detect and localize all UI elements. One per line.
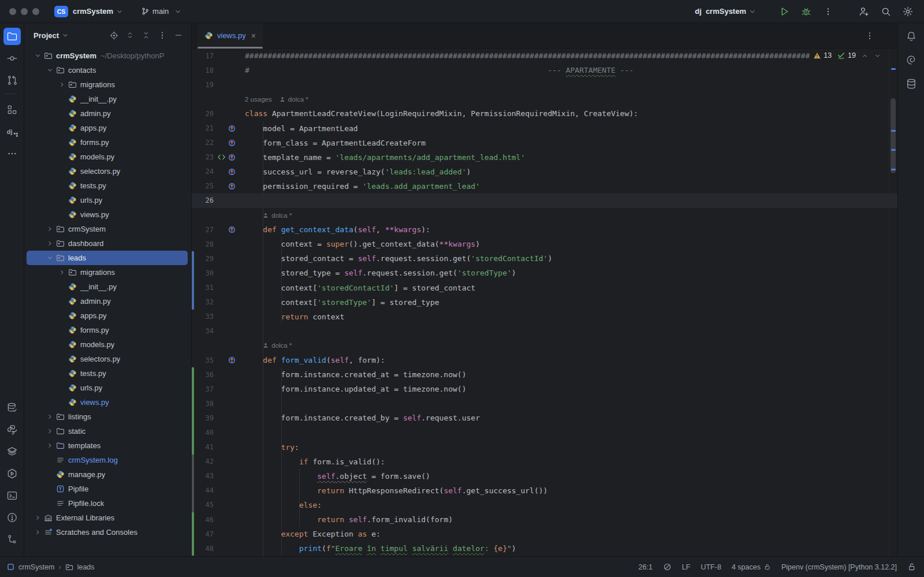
hide-panel-button[interactable] xyxy=(172,28,185,42)
override-icon[interactable] xyxy=(228,125,236,132)
tree-item-dashboard[interactable]: dashboard xyxy=(27,236,188,251)
chevron-expanded-icon[interactable] xyxy=(44,254,55,262)
database-check-icon[interactable] xyxy=(3,399,21,416)
breadcrumb-folder[interactable]: leads xyxy=(77,563,95,571)
panel-options-button[interactable] xyxy=(155,28,169,42)
code-with-me-button[interactable] xyxy=(856,3,872,20)
override-icon[interactable] xyxy=(228,356,236,364)
branch-name[interactable]: main xyxy=(152,7,169,16)
chevron-collapsed-icon[interactable] xyxy=(57,81,67,88)
tree-item-forms-py[interactable]: forms.py xyxy=(27,323,188,337)
problems-icon[interactable] xyxy=(3,509,21,526)
code-line[interactable]: 46 return self.form_invalid(form) xyxy=(192,512,897,527)
commit-icon[interactable] xyxy=(3,50,21,67)
tree-item-forms-py[interactable]: forms.py xyxy=(27,135,188,150)
chevron-expanded-icon[interactable] xyxy=(32,52,43,59)
warnings-count[interactable]: 13 xyxy=(813,51,832,59)
stripe-mark[interactable] xyxy=(891,68,896,70)
code-vision-hint[interactable]: 2 usagesdolca * xyxy=(192,92,897,106)
project-icon[interactable] xyxy=(3,28,21,45)
minimize-window-button[interactable] xyxy=(21,8,28,15)
code-line[interactable]: 39 form.instance.created_by = self.reque… xyxy=(192,411,897,425)
code-line[interactable]: 40 xyxy=(192,425,897,440)
tree-item-crmsystem[interactable]: crmSystem~/Desktop/pythonP xyxy=(27,49,188,63)
python-interpreter[interactable]: Pipenv (crmSystem) [Python 3.12.2] xyxy=(781,563,897,571)
code-line[interactable]: 45 else: xyxy=(192,498,897,512)
tree-item-tests-py[interactable]: tests.py xyxy=(27,178,188,193)
more-icon[interactable] xyxy=(3,145,21,162)
chevron-collapsed-icon[interactable] xyxy=(44,413,55,420)
tree-item-leads[interactable]: leads xyxy=(27,251,188,265)
stripe-mark[interactable] xyxy=(891,130,896,132)
tree-item-listings[interactable]: listings xyxy=(27,410,188,424)
author-hint[interactable]: dolca * xyxy=(263,212,292,219)
tree-item-pipfile-lock[interactable]: Pipfile.lock xyxy=(27,496,188,511)
tree-item-urls-py[interactable]: urls.py xyxy=(27,381,188,395)
code-line[interactable]: 29 stored_contact = self.request.session… xyxy=(192,251,897,266)
author-hint[interactable]: dolca * xyxy=(263,342,292,349)
inspections-widget[interactable]: 13 19 xyxy=(810,50,885,61)
code-line[interactable]: 19 xyxy=(192,77,897,92)
database-icon[interactable] xyxy=(903,75,920,92)
breadcrumb-project[interactable]: crmSystem xyxy=(18,563,55,571)
collapse-all-button[interactable] xyxy=(139,28,153,42)
tree-item-views-py[interactable]: views.py xyxy=(27,395,188,410)
caret-position[interactable]: 26:1 xyxy=(639,563,653,571)
panel-title[interactable]: Project xyxy=(33,31,59,40)
tree-item-crmsystem-log[interactable]: crmSystem.log xyxy=(27,453,188,467)
code-line[interactable]: 47 except Exception as e: xyxy=(192,527,897,541)
code-line[interactable]: 44 return HttpResponseRedirect(self.get_… xyxy=(192,483,897,498)
usages-hint[interactable]: 2 usages xyxy=(245,96,272,103)
code-line[interactable]: 18# --- APARTAMENTE --- xyxy=(192,63,897,77)
close-window-button[interactable] xyxy=(9,8,16,15)
project-name[interactable]: crmSystem xyxy=(73,7,113,16)
code-line[interactable]: 48 print(f"Eroare în timpul salvării dat… xyxy=(192,541,897,556)
code-line[interactable]: 27 def get_context_data(self, **kwargs): xyxy=(192,222,897,237)
author-hint[interactable]: 2 usagesdolca * xyxy=(245,96,308,103)
chevron-expanded-icon[interactable] xyxy=(44,66,55,74)
highlighting-level-icon[interactable] xyxy=(663,563,672,571)
code-line[interactable]: 41 try: xyxy=(192,440,897,455)
chevron-collapsed-icon[interactable] xyxy=(44,225,55,233)
tree-item-apps-py[interactable]: apps.py xyxy=(27,121,188,135)
run-button[interactable] xyxy=(776,3,792,20)
chevron-collapsed-icon[interactable] xyxy=(44,240,55,247)
tab-views-py[interactable]: views.py × xyxy=(198,23,263,49)
tree-item-admin-py[interactable]: admin.py xyxy=(27,106,188,121)
tree-item-models-py[interactable]: models.py xyxy=(27,150,188,164)
code-line[interactable]: 34 xyxy=(192,324,897,338)
tree-item-migrations[interactable]: migrations xyxy=(27,265,188,280)
tree-item-tests-py[interactable]: tests.py xyxy=(27,366,188,381)
tree-item-contacts[interactable]: contacts xyxy=(27,63,188,77)
line-ending[interactable]: LF xyxy=(682,563,691,571)
editor-code-area[interactable]: 17######################################… xyxy=(192,49,897,556)
code-line[interactable]: 36 form.instance.created_at = timezone.n… xyxy=(192,367,897,382)
code-line[interactable]: 38 xyxy=(192,396,897,411)
code-line[interactable]: 22 form_class = ApartmentLeadCreateForm xyxy=(192,136,897,150)
services-icon[interactable] xyxy=(3,465,21,482)
code-vision-hint[interactable]: dolca * xyxy=(192,208,897,222)
code-line[interactable]: 25 permission_required = 'leads.add_apar… xyxy=(192,179,897,193)
settings-button[interactable] xyxy=(900,3,916,20)
tree-item--init-py[interactable]: __init__.py xyxy=(27,92,188,106)
tree-item-manage-py[interactable]: manage.py xyxy=(27,467,188,482)
tree-item-urls-py[interactable]: urls.py xyxy=(27,193,188,207)
tree-item-models-py[interactable]: models.py xyxy=(27,337,188,352)
chevron-collapsed-icon[interactable] xyxy=(44,442,55,449)
code-line[interactable]: 37 form.instance.updated_at = timezone.n… xyxy=(192,382,897,396)
code-line[interactable]: 20class ApartmentLeadCreateView(LoginReq… xyxy=(192,106,897,121)
run-config-widget[interactable]: dj crmSystem xyxy=(695,7,757,16)
tree-item-selectors-py[interactable]: selectors.py xyxy=(27,352,188,366)
debug-button[interactable] xyxy=(798,3,814,20)
close-tab-icon[interactable]: × xyxy=(251,31,256,40)
tab-label[interactable]: views.py xyxy=(217,31,246,40)
tree-item-templates[interactable]: templates xyxy=(27,438,188,453)
chevron-collapsed-icon[interactable] xyxy=(57,269,67,276)
chevron-collapsed-icon[interactable] xyxy=(44,427,55,435)
tree-item-scratches-and-consoles[interactable]: Scratches and Consoles xyxy=(27,525,188,539)
ai-assistant-icon[interactable] xyxy=(903,51,920,69)
select-opened-file-button[interactable] xyxy=(107,28,121,42)
scrollbar-thumb[interactable] xyxy=(891,98,896,173)
override-icon[interactable] xyxy=(228,154,236,161)
template-link-icon[interactable] xyxy=(217,154,226,161)
